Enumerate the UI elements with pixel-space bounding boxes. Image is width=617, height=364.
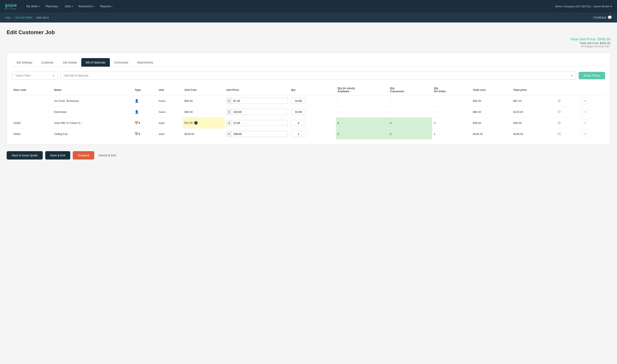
unit-price-input[interactable] [232,109,248,115]
nav-jobs[interactable]: Jobs ▾ [62,3,75,10]
col-total-cost: Total cost [471,85,512,95]
price-summary: Total Job Price: $343.20 Total Job Cost:… [7,37,610,48]
nav-planning[interactable]: Planning ▾ [43,3,61,10]
total-price-cell: $67.20 [512,95,554,106]
qty-consumed-cell: - [388,106,432,117]
unit-cell: hours [157,95,183,106]
nav-resources[interactable]: Resources ▾ [76,3,97,10]
main-content: Edit Customer Job Total Job Price: $343.… [0,23,617,166]
qty-input[interactable] [291,98,306,104]
total-cost-cell: $80.00 [471,106,512,117]
visibility-toggle-button[interactable] [556,97,562,104]
breadcrumb-edit-job[interactable]: Edit Job ▾ [37,16,49,19]
breadcrumb-bar: Jobs › Job C/C7694F › Edit Job ▾ Feedbac… [0,13,617,23]
tab-job-settings[interactable]: Job Settings [12,58,37,67]
qty-input[interactable] [291,109,306,115]
feedback-button[interactable]: Feedback 💬 [593,15,612,20]
chevron-down-icon: ▾ [58,5,59,8]
remove-row-button[interactable]: ✕ [581,130,588,137]
qty-on-order-cell: 0 [432,117,471,129]
visibility-cell [554,95,580,106]
name-cell: Air Cond. Technician [53,95,133,106]
save-exit-button[interactable]: Save & Exit [45,151,70,159]
type-cell: 👤 [133,95,157,106]
filter-row: Select Filter ▾ Add Bill of Material... … [12,72,605,79]
chevron-down-icon: ▾ [571,74,573,77]
tab-job-details[interactable]: Job Details [58,58,81,67]
item-code-cell [12,95,53,106]
info-icon[interactable]: ? [194,121,198,125]
unit-price-input[interactable] [232,98,248,104]
breadcrumb-jobs[interactable]: Jobs [5,16,11,19]
bottom-bar: Save & Issue Quote Save & Exit Suspend C… [7,150,610,161]
svg-point-2 [559,122,560,123]
col-qty-on-order: QtyOn-Order [432,85,471,95]
unit-cost-cell: $56.00 [183,95,225,106]
tab-customer[interactable]: Customer [37,58,58,67]
type-cell: 📅✱ [133,117,157,129]
nav-my-work[interactable]: My Work ▾ [24,3,42,10]
visibility-cell [554,117,580,129]
table-row: Electrician 👤 hours $80.00 $ - - - $80.0… [12,106,605,117]
visibility-toggle-button[interactable] [556,119,562,126]
unit-cell: hours [157,106,183,117]
qty-on-order-cell: - [432,106,471,117]
qty-on-order-cell: 1 [432,129,471,140]
remove-cell: ✕ [580,106,605,117]
chevron-down-icon: ▾ [611,5,612,8]
unit-price-cell: $ [225,129,289,140]
chevron-down-icon: ▾ [39,5,40,8]
page-title: Edit Customer Job [7,29,610,36]
total-price-cell: $108.00 [512,129,554,140]
item-code-cell [12,106,53,117]
cancel-exit-button[interactable]: Cancel & Exit [97,151,118,159]
add-bom-dropdown[interactable]: Add Bill of Material... ▾ [60,72,576,79]
reset-prices-button[interactable]: Reset Prices [579,72,605,79]
table-row: IS002 Arlec 9W Tri Colour D... 📅✱ each $… [12,117,605,129]
total-price-cell: $120.00 [512,106,554,117]
qty-cell [289,129,336,140]
table-row: Air Cond. Technician 👤 hours $56.00 $ - … [12,95,605,106]
tab-bar: Job Settings Customer Job Details Bill o… [12,58,605,67]
save-issue-quote-button[interactable]: Save & Issue Quote [7,151,43,159]
qty-available-cell: 0 [336,117,388,129]
unit-cost-cell: $80.00 [183,106,225,117]
dollar-sign: $ [227,120,232,126]
qty-available-cell: - [336,95,388,106]
item-code-cell: IS001 [12,129,53,140]
visibility-toggle-button[interactable] [556,130,562,137]
user-menu[interactable]: Demo Company (AU 180722) - James Brown ▾ [555,5,612,8]
visibility-toggle-button[interactable] [556,108,562,115]
col-qty: Qty [289,85,336,95]
chevron-down-icon: ▾ [93,5,95,8]
total-price-cell: $48.00 [512,117,554,129]
unit-price-input-group: $ [226,120,288,126]
unit-price-cell: $ [225,106,289,117]
qty-input[interactable] [291,131,306,137]
qty-input[interactable] [291,120,306,126]
type-cell: 👤 [133,106,157,117]
unit-price-input[interactable] [232,120,248,126]
breadcrumb-sep: › [34,16,35,19]
tab-comments[interactable]: Comments [110,58,133,67]
breadcrumb-job-id[interactable]: Job C/C7694F [15,16,32,19]
tab-attachments[interactable]: Attachments [133,58,158,67]
tab-bill-of-materials[interactable]: Bill of Materials [81,58,110,67]
col-qty-consumed: QtyConsumed [388,85,432,95]
remove-row-button[interactable]: ✕ [581,119,588,126]
qty-consumed-cell: 4 [388,117,432,129]
col-total-price: Total price [512,85,554,95]
remove-row-button[interactable]: ✕ [581,97,588,104]
navbar: gojee go further My Work ▾ Planning ▾ Jo… [0,0,617,13]
gst-note: All charges exclude GST [7,45,610,48]
select-filter-dropdown[interactable]: Select Filter ▾ [12,72,58,79]
remove-row-button[interactable]: ✕ [581,108,588,115]
col-qty-available: Qty (in stock)Available [336,85,388,95]
main-card: Job Settings Customer Job Details Bill o… [7,53,610,144]
chevron-down-icon: ▾ [53,74,54,77]
unit-price-input[interactable] [232,131,248,137]
nav-reports[interactable]: Reports ▾ [98,3,115,10]
suspend-button[interactable]: Suspend [73,151,94,159]
col-unit-cost: Unit Cost [183,85,225,95]
dollar-sign: $ [227,131,232,137]
